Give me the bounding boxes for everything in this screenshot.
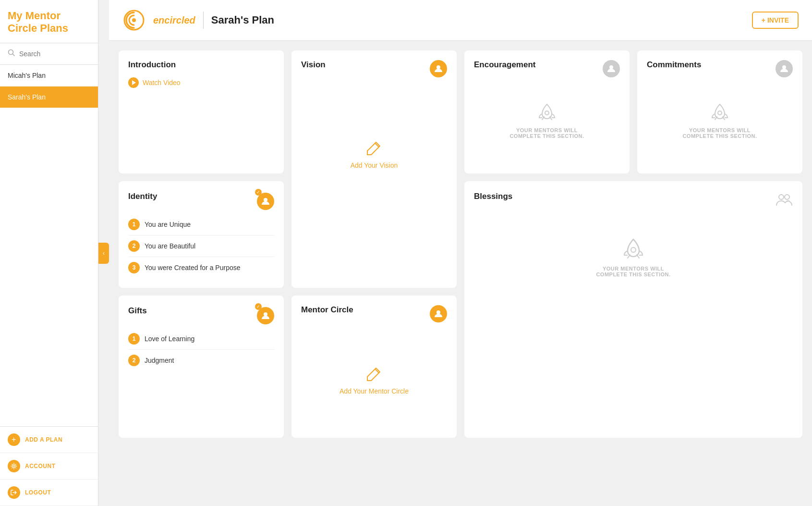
blessings-placeholder: YOUR MENTORS WILL COMPLETE THIS SECTION. bbox=[474, 214, 793, 300]
identity-items-list: 1 You are Unique 2 You are Beautiful 3 Y… bbox=[128, 214, 274, 278]
watch-video-link[interactable]: Watch Video bbox=[128, 77, 274, 88]
logo-wordmark: encircled bbox=[153, 15, 195, 26]
encouragement-card: Encouragement YOUR MENTORS WILL COMPLETE… bbox=[464, 50, 630, 173]
commitments-avatar bbox=[776, 60, 793, 77]
logout-button[interactable]: LOGOUT bbox=[0, 480, 98, 506]
svg-point-6 bbox=[609, 65, 613, 69]
gifts-item-label-2: Judgment bbox=[145, 357, 174, 364]
blessings-group-icon bbox=[776, 191, 793, 210]
identity-item-2[interactable]: 2 You are Beautiful bbox=[128, 235, 274, 257]
introduction-card: Introduction Watch Video bbox=[119, 50, 284, 173]
mentor-circle-card-title: Mentor Circle bbox=[301, 305, 353, 315]
sidebar-header: My Mentor Circle Plans bbox=[0, 0, 98, 43]
mentor-circle-avatar bbox=[430, 305, 447, 322]
svg-point-10 bbox=[264, 198, 267, 202]
main-content: encircled Sarah's Plan + INVITE Introduc… bbox=[109, 0, 812, 506]
rocket-icon-blessings bbox=[622, 237, 645, 260]
gifts-card: Gifts ✓ 1 Love of Learning bbox=[119, 296, 284, 438]
add-vision-label[interactable]: Add Your Vision bbox=[351, 161, 398, 169]
gifts-item-number-2: 2 bbox=[128, 355, 140, 366]
sidebar-title: My Mentor Circle Plans bbox=[8, 10, 90, 35]
svg-point-8 bbox=[782, 65, 786, 69]
vision-add-area: Add Your Vision bbox=[301, 106, 447, 202]
identity-avatar-wrapper: ✓ bbox=[257, 191, 274, 210]
svg-point-4 bbox=[132, 18, 136, 22]
svg-point-15 bbox=[631, 247, 636, 252]
introduction-card-title: Introduction bbox=[128, 60, 274, 70]
add-mentor-circle-label[interactable]: Add Your Mentor Circle bbox=[339, 387, 409, 395]
svg-point-13 bbox=[779, 195, 784, 199]
blessings-card-title: Blessings bbox=[474, 192, 512, 201]
svg-point-5 bbox=[436, 65, 440, 69]
vision-card-title: Vision bbox=[301, 60, 326, 70]
logout-icon bbox=[8, 486, 20, 499]
edit-icon-mentor bbox=[365, 365, 383, 383]
rocket-icon-2 bbox=[710, 102, 729, 122]
gifts-items-list: 1 Love of Learning 2 Judgment bbox=[128, 328, 274, 371]
commitments-card-title: Commitments bbox=[647, 60, 701, 70]
svg-point-11 bbox=[264, 312, 267, 316]
invite-button[interactable]: + INVITE bbox=[752, 12, 799, 29]
add-plan-icon: + bbox=[8, 433, 20, 446]
identity-item-number-1: 1 bbox=[128, 219, 140, 230]
blessings-card: Blessings YOUR MENTORS W bbox=[464, 181, 802, 438]
identity-item-label-2: You are Beautiful bbox=[145, 242, 195, 250]
collapse-sidebar-button[interactable]: ‹ bbox=[98, 243, 109, 264]
svg-point-14 bbox=[785, 195, 789, 199]
sidebar: My Mentor Circle Plans Micah's Plan Sara… bbox=[0, 0, 98, 506]
sidebar-item-micahs-plan[interactable]: Micah's Plan bbox=[0, 65, 98, 86]
encouragement-avatar bbox=[603, 60, 620, 77]
play-icon bbox=[128, 77, 139, 88]
mentor-circle-add-area: Add Your Mentor Circle bbox=[301, 332, 447, 428]
svg-point-12 bbox=[436, 310, 440, 314]
gifts-item-number-1: 1 bbox=[128, 333, 140, 345]
add-plan-button[interactable]: + ADD A PLAN bbox=[0, 427, 98, 453]
encouragement-placeholder: YOUR MENTORS WILL COMPLETE THIS SECTION. bbox=[474, 77, 620, 164]
search-input[interactable] bbox=[19, 50, 90, 58]
svg-point-2 bbox=[13, 465, 15, 468]
encouragement-mentor-text: YOUR MENTORS WILL COMPLETE THIS SECTION. bbox=[509, 127, 584, 139]
encouragement-card-title: Encouragement bbox=[474, 60, 535, 70]
svg-point-7 bbox=[545, 111, 549, 115]
identity-item-number-2: 2 bbox=[128, 240, 140, 252]
vision-card: Vision Add Your Vision bbox=[291, 50, 457, 288]
sidebar-bottom: + ADD A PLAN ACCOUNT LOGOUT bbox=[0, 426, 98, 506]
identity-item-3[interactable]: 3 You were Created for a Purpose bbox=[128, 257, 274, 278]
gifts-item-2[interactable]: 2 Judgment bbox=[128, 350, 274, 371]
svg-point-9 bbox=[718, 111, 722, 115]
vision-avatar bbox=[430, 60, 447, 77]
blessings-mentor-text: YOUR MENTORS WILL COMPLETE THIS SECTION. bbox=[596, 266, 670, 277]
gifts-avatar bbox=[257, 307, 274, 324]
search-icon bbox=[8, 49, 15, 59]
commitments-card: Commitments YOUR MENTORS WILL COMPLETE T… bbox=[637, 50, 802, 173]
commitments-mentor-text: YOUR MENTORS WILL COMPLETE THIS SECTION. bbox=[682, 127, 757, 139]
gear-icon bbox=[8, 460, 20, 472]
logo-divider bbox=[203, 12, 204, 29]
identity-card-title: Identity bbox=[128, 192, 157, 201]
top-header: encircled Sarah's Plan + INVITE bbox=[109, 0, 812, 41]
plan-title: Sarah's Plan bbox=[211, 14, 274, 26]
gifts-avatar-wrapper: ✓ bbox=[257, 305, 274, 324]
svg-line-1 bbox=[13, 54, 15, 56]
logo-area: encircled Sarah's Plan bbox=[122, 9, 274, 32]
sidebar-search-area bbox=[0, 43, 98, 65]
encircled-logo bbox=[122, 9, 145, 32]
gifts-card-title: Gifts bbox=[128, 306, 147, 316]
identity-item-label-3: You were Created for a Purpose bbox=[145, 264, 241, 272]
sidebar-item-sarahs-plan[interactable]: Sarah's Plan bbox=[0, 86, 98, 108]
identity-item-number-3: 3 bbox=[128, 262, 140, 273]
mentor-circle-card: Mentor Circle Add Your Mentor Circle bbox=[291, 296, 457, 438]
identity-card: Identity ✓ 1 You are Unique bbox=[119, 181, 284, 288]
identity-item-label-1: You are Unique bbox=[145, 221, 191, 228]
cards-grid: Introduction Watch Video Vision bbox=[109, 41, 812, 447]
account-button[interactable]: ACCOUNT bbox=[0, 453, 98, 480]
commitments-placeholder: YOUR MENTORS WILL COMPLETE THIS SECTION. bbox=[647, 77, 793, 164]
gifts-item-label-1: Love of Learning bbox=[145, 335, 194, 343]
identity-avatar bbox=[257, 193, 274, 210]
gifts-item-1[interactable]: 1 Love of Learning bbox=[128, 328, 274, 350]
rocket-icon bbox=[537, 102, 557, 122]
identity-item-1[interactable]: 1 You are Unique bbox=[128, 214, 274, 235]
plan-list: Micah's Plan Sarah's Plan bbox=[0, 65, 98, 108]
edit-icon bbox=[365, 139, 383, 157]
